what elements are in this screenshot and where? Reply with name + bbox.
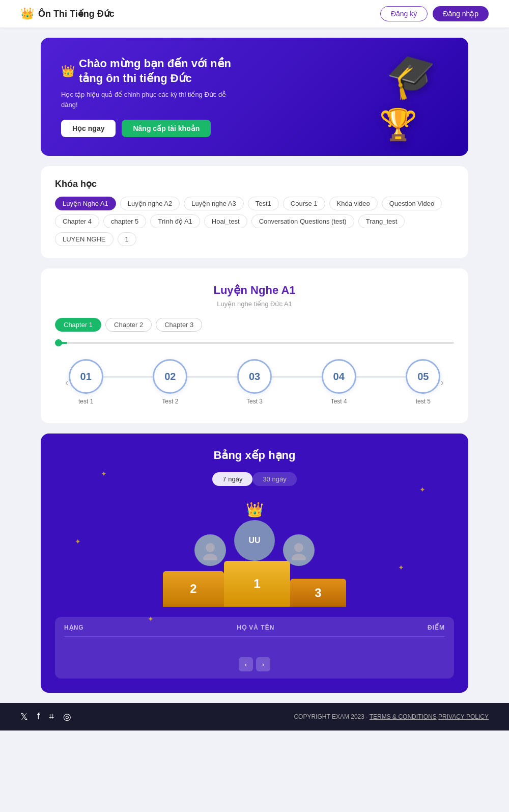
leaderboard-table: HẠNG HỌ VÀ TÊN ĐIỂM ‹› <box>55 617 454 679</box>
second-place-avatar <box>194 534 226 566</box>
upgrade-account-button[interactable]: Nâng cấp tài khoản <box>122 120 211 137</box>
terms-link[interactable]: TERMS & CONDITIONS <box>370 713 437 720</box>
crown-emoji: 👑 <box>20 7 34 20</box>
step-label: test 5 <box>416 398 431 405</box>
graduation-cap-icon: 🎓 <box>382 45 443 105</box>
leaderboard-section: ✦ ✦ ✦ ✦ ✦ Bảng xếp hạng 7 ngày30 ngày 👑 … <box>41 434 468 693</box>
first-place-crown-icon: 👑 <box>246 501 264 518</box>
instagram-icon[interactable]: ◎ <box>63 711 71 722</box>
course-tag[interactable]: 1 <box>118 232 136 246</box>
leaderboard-title: Bảng xếp hạng <box>55 449 454 462</box>
courses-title: Khóa học <box>55 178 454 190</box>
facebook-icon[interactable]: f <box>37 711 40 722</box>
hero-title: Chào mừng bạn đến với nền tảng ôn thi ti… <box>79 57 244 86</box>
course-tag[interactable]: Chapter 4 <box>55 214 99 228</box>
course-tag[interactable]: Khóa video <box>329 197 378 210</box>
course-tags: Luyện Nghe A1Luyện nghe A2Luyện nghe A3T… <box>55 197 454 246</box>
podium-blocks: 2 1 3 <box>163 561 346 607</box>
step-connector <box>356 376 406 377</box>
chapter-tab[interactable]: Chapter 3 <box>156 318 202 332</box>
chapter-tab[interactable]: Chapter 1 <box>55 318 101 332</box>
step-item[interactable]: 02Test 2 <box>153 359 187 405</box>
first-place-person: 👑 UU <box>234 501 275 561</box>
lb-col-name: HỌ VÀ TÊN <box>237 624 274 631</box>
step-connector <box>103 376 153 377</box>
course-tag[interactable]: Luyện nghe A3 <box>184 197 244 210</box>
trophy-icon: 🏆 <box>379 106 417 143</box>
progress-bar-container <box>55 342 454 344</box>
lb-toggle-button[interactable]: 30 ngày <box>252 472 296 486</box>
detail-subtitle: Luyện nghe tiếng Đức A1 <box>55 300 454 308</box>
navbar: 👑 Ôn Thi Tiếng Đức Đăng ký Đăng nhập <box>0 0 509 28</box>
step-connector <box>272 376 322 377</box>
chapter-tabs: Chapter 1Chapter 2Chapter 3 <box>55 318 454 332</box>
course-tag[interactable]: Test1 <box>248 197 279 210</box>
step-circle: 02 <box>153 359 187 394</box>
hero-image: 🎓 🏆 <box>316 56 448 138</box>
podium-block-third: 3 <box>290 579 346 607</box>
lb-col-rank: HẠNG <box>64 624 84 631</box>
course-tag[interactable]: LUYEN NGHE <box>55 232 114 246</box>
steps-row: 01test 102Test 203Test 304Test 405test 5 <box>69 359 441 405</box>
hero-section: 👑 Chào mừng bạn đến với nền tảng ôn thi … <box>41 38 468 156</box>
step-circle: 04 <box>322 359 356 394</box>
study-now-button[interactable]: Học ngay <box>61 120 116 137</box>
step-item[interactable]: 01test 1 <box>69 359 103 405</box>
pagination-button[interactable]: ‹ <box>239 657 253 671</box>
progress-dot <box>55 339 62 346</box>
first-place-avatar: UU <box>234 520 275 561</box>
prev-arrow[interactable]: ‹ <box>65 376 69 388</box>
footer: 𝕏 f ⌗ ◎ COPYRIGHT EXAM 2023 · TERMS & CO… <box>0 703 509 730</box>
step-circle: 03 <box>237 359 272 394</box>
next-arrow[interactable]: › <box>440 376 444 388</box>
step-label: Test 2 <box>162 398 178 405</box>
steps-container: ‹ 01test 102Test 203Test 304Test 405test… <box>55 359 454 405</box>
step-item[interactable]: 05test 5 <box>406 359 440 405</box>
lb-toggle: 7 ngày30 ngày <box>55 472 454 486</box>
course-tag[interactable]: chapter 5 <box>103 214 146 228</box>
privacy-link[interactable]: PRIVACY POLICY <box>438 713 489 720</box>
svg-point-0 <box>206 543 215 552</box>
login-button[interactable]: Đăng nhập <box>433 6 489 21</box>
pagination-button[interactable]: › <box>256 657 270 671</box>
course-tag[interactable]: Luyện nghe A2 <box>120 197 180 210</box>
footer-socials: 𝕏 f ⌗ ◎ <box>20 711 71 722</box>
second-place-person <box>194 534 226 566</box>
chapter-tab[interactable]: Chapter 2 <box>105 318 152 332</box>
lb-table-header: HẠNG HỌ VÀ TÊN ĐIỂM <box>64 624 445 637</box>
twitter-icon[interactable]: 𝕏 <box>20 711 28 722</box>
navbar-actions: Đăng ký Đăng nhập <box>380 6 489 21</box>
step-label: Test 4 <box>331 398 347 405</box>
step-item[interactable]: 04Test 4 <box>322 359 356 405</box>
course-tag[interactable]: Question Video <box>382 197 442 210</box>
lb-toggle-button[interactable]: 7 ngày <box>212 472 252 486</box>
step-circle: 01 <box>69 359 103 394</box>
podium-avatars: 👑 UU <box>194 501 315 566</box>
course-tag[interactable]: Hoai_test <box>204 214 247 228</box>
progress-bar-track <box>55 342 454 344</box>
svg-point-1 <box>203 554 217 560</box>
lb-col-score: ĐIỂM <box>428 624 445 631</box>
star-deco-5: ✦ <box>148 615 154 623</box>
course-detail-section: Luyện Nghe A1 Luyện nghe tiếng Đức A1 Ch… <box>41 268 468 423</box>
step-circle: 05 <box>406 359 440 394</box>
star-deco-3: ✦ <box>419 485 426 494</box>
lb-pagination: ‹› <box>64 657 445 671</box>
svg-point-3 <box>292 554 306 560</box>
course-tag[interactable]: Trang_test <box>358 214 405 228</box>
register-button[interactable]: Đăng ký <box>380 6 428 21</box>
step-connector <box>187 376 237 377</box>
svg-point-2 <box>294 543 303 552</box>
star-deco-4: ✦ <box>398 563 404 572</box>
hero-content: 👑 Chào mừng bạn đến với nền tảng ôn thi … <box>61 57 244 137</box>
course-tag[interactable]: Course 1 <box>283 197 325 210</box>
podium-block-first: 1 <box>224 561 290 607</box>
logo-text: Ôn Thi Tiếng Đức <box>38 8 115 19</box>
hero-crown-icon: 👑 <box>61 65 75 78</box>
course-tag[interactable]: Trình độ A1 <box>150 214 200 228</box>
step-item[interactable]: 03Test 3 <box>237 359 272 405</box>
step-label: Test 3 <box>246 398 263 405</box>
course-tag[interactable]: Luyện Nghe A1 <box>55 197 116 210</box>
rss-icon[interactable]: ⌗ <box>49 711 54 722</box>
course-tag[interactable]: Conversation Questions (test) <box>251 214 354 228</box>
